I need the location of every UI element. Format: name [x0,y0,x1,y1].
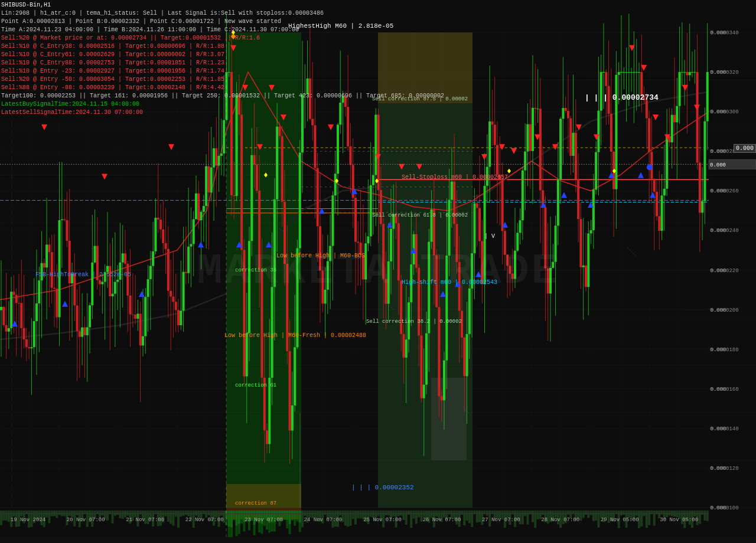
chart-canvas[interactable] [0,0,756,543]
chart-container: MARKETA TRADE SHIBUSD-Bin,H1 Lin:2908 | … [0,0,756,543]
